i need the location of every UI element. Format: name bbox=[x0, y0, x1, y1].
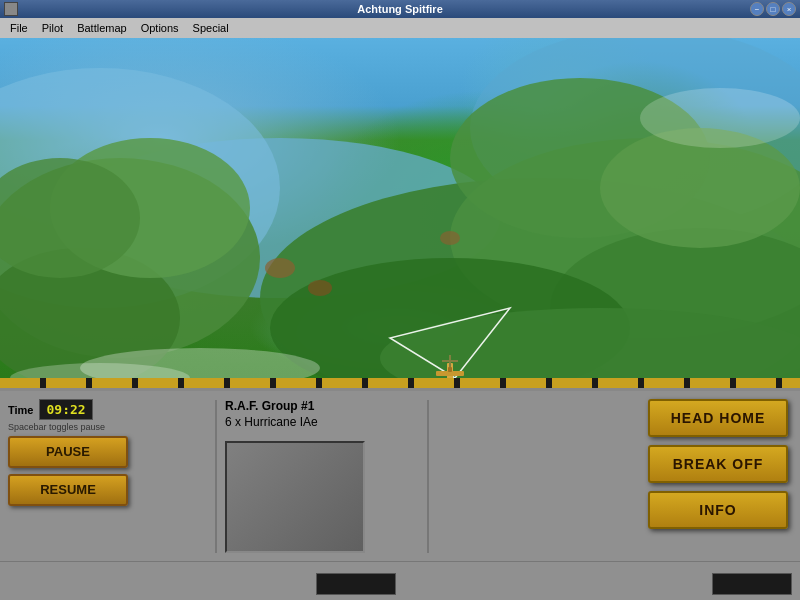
menu-file[interactable]: File bbox=[4, 20, 34, 36]
svg-point-12 bbox=[450, 78, 710, 238]
svg-point-3 bbox=[0, 158, 260, 358]
svg-point-8 bbox=[450, 138, 800, 338]
close-button[interactable]: × bbox=[782, 2, 796, 16]
spacebar-hint: Spacebar toggles pause bbox=[8, 422, 207, 432]
app-icon bbox=[4, 2, 18, 16]
small-btn-2[interactable] bbox=[712, 573, 792, 595]
window-controls: − □ × bbox=[750, 2, 796, 16]
pause-button[interactable]: PAUSE bbox=[8, 436, 128, 468]
right-buttons-inner: HEAD HOME BREAK OFF INFO bbox=[441, 399, 788, 529]
resume-button[interactable]: RESUME bbox=[8, 474, 128, 506]
panel-main-row: Time 09:22 Spacebar toggles pause PAUSE … bbox=[0, 391, 800, 561]
minimize-button[interactable]: − bbox=[750, 2, 764, 16]
menu-battlemap[interactable]: Battlemap bbox=[71, 20, 133, 36]
maximize-button[interactable]: □ bbox=[766, 2, 780, 16]
svg-point-15 bbox=[308, 280, 332, 296]
menu-pilot[interactable]: Pilot bbox=[36, 20, 69, 36]
svg-rect-18 bbox=[436, 371, 464, 376]
svg-point-14 bbox=[265, 258, 295, 278]
svg-rect-17 bbox=[447, 363, 453, 378]
break-off-button[interactable]: BREAK OFF bbox=[648, 445, 788, 483]
action-buttons: HEAD HOME BREAK OFF INFO bbox=[429, 391, 800, 561]
panel-top-strip bbox=[0, 378, 800, 388]
svg-point-7 bbox=[260, 178, 800, 378]
title-bar: Achtung Spitfire − □ × bbox=[0, 0, 800, 18]
svg-point-9 bbox=[550, 228, 800, 378]
time-label: Time bbox=[8, 404, 33, 416]
svg-point-13 bbox=[600, 128, 800, 248]
time-row: Time 09:22 bbox=[8, 399, 207, 420]
svg-point-0 bbox=[60, 138, 500, 298]
map-area bbox=[0, 38, 800, 378]
menu-bar: File Pilot Battlemap Options Special bbox=[0, 18, 800, 38]
svg-point-10 bbox=[270, 258, 630, 378]
menu-options[interactable]: Options bbox=[135, 20, 185, 36]
unit-info: R.A.F. Group #1 6 x Hurricane IAe bbox=[217, 391, 427, 561]
svg-point-1 bbox=[0, 68, 280, 308]
head-home-button[interactable]: HEAD HOME bbox=[648, 399, 788, 437]
svg-point-11 bbox=[380, 308, 800, 378]
control-panel: Time 09:22 Spacebar toggles pause PAUSE … bbox=[0, 388, 800, 600]
terrain-map bbox=[0, 38, 800, 378]
window-title: Achtung Spitfire bbox=[357, 3, 443, 15]
svg-point-2 bbox=[470, 38, 800, 228]
svg-point-25 bbox=[640, 88, 800, 148]
time-display: 09:22 bbox=[39, 399, 92, 420]
left-controls: Time 09:22 Spacebar toggles pause PAUSE … bbox=[0, 391, 215, 561]
unit-name: R.A.F. Group #1 bbox=[225, 399, 419, 413]
mini-display bbox=[225, 441, 365, 553]
svg-point-23 bbox=[80, 348, 320, 378]
svg-point-24 bbox=[10, 363, 190, 378]
menu-special[interactable]: Special bbox=[187, 20, 235, 36]
svg-point-16 bbox=[440, 231, 460, 245]
small-btn-1[interactable] bbox=[316, 573, 396, 595]
svg-rect-20 bbox=[448, 367, 452, 372]
panel-bottom-row bbox=[0, 561, 800, 600]
svg-point-6 bbox=[0, 158, 140, 278]
svg-point-5 bbox=[50, 138, 250, 278]
svg-point-4 bbox=[0, 248, 180, 378]
info-button[interactable]: INFO bbox=[648, 491, 788, 529]
unit-detail: 6 x Hurricane IAe bbox=[225, 415, 419, 429]
flight-path-svg bbox=[0, 38, 800, 378]
